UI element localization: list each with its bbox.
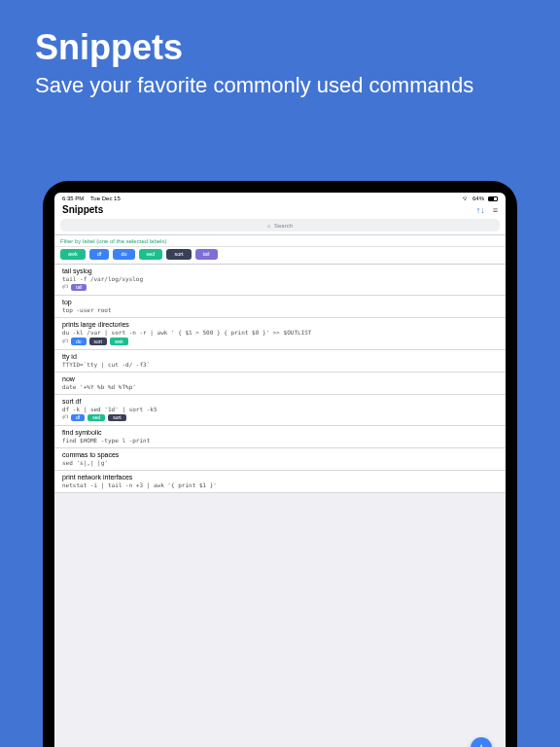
tag-du: du [71, 338, 87, 345]
list-item[interactable]: sort dfdf -k | sed '1d' | sort -k5🏷dfsed… [54, 395, 506, 427]
snippet-title: tty id [62, 353, 498, 360]
filter-chip-sort[interactable]: sort [166, 249, 191, 260]
snippet-title: find symbolic [62, 429, 498, 436]
sort-icon[interactable]: ↑↓ [476, 205, 485, 215]
snippet-command: date '+%Y %b %d %T%p' [62, 383, 498, 390]
filter-chip-sed[interactable]: sed [139, 249, 163, 260]
snippet-command: netstat -i | tail -n +3 | awk '{ print $… [62, 481, 498, 488]
snippet-title: now [62, 375, 498, 382]
filter-chip-du[interactable]: du [113, 249, 134, 260]
list-item[interactable]: tail syslogtail -f /var/log/syslog🏷tail [54, 265, 506, 297]
hero-subtitle: Save your favorite commonly used command… [35, 72, 525, 100]
snippet-command: df -k | sed '1d' | sort -k5 [62, 406, 498, 412]
tag-icon: 🏷 [62, 284, 68, 290]
list-item[interactable]: find symbolicfind $HOME -type l -print [54, 426, 506, 448]
snippet-tags: 🏷tail [62, 284, 498, 292]
list-item[interactable]: toptop -user root [54, 296, 506, 318]
status-date: Tue Dec 15 [90, 196, 121, 201]
wifi-icon: ᯤ [463, 196, 469, 201]
tag-icon: 🏷 [62, 338, 68, 344]
status-bar: 6:35 PM Tue Dec 15 ᯤ 64% [54, 193, 506, 202]
filter-chip-tail[interactable]: tail [195, 249, 218, 260]
tag-awk: awk [110, 338, 128, 345]
navbar: Snippets ↑↓ ≡ [54, 202, 506, 219]
snippet-title: tail syslog [62, 267, 498, 274]
snippet-title: print network interfaces [62, 474, 498, 480]
snippet-list: tail syslogtail -f /var/log/syslog🏷tailt… [54, 265, 506, 748]
search-input[interactable]: ⌕ Search [60, 219, 500, 231]
filter-chip-df[interactable]: df [89, 249, 110, 260]
snippet-command: tail -f /var/log/syslog [62, 275, 498, 282]
page-title: Snippets [62, 204, 103, 215]
snippet-title: commas to spaces [62, 451, 498, 458]
tag-sed: sed [88, 414, 105, 422]
snippet-command: top -user root [62, 306, 498, 313]
snippet-command: sed 's|,| |g' [62, 459, 498, 466]
hero-title: Snippets [35, 27, 525, 68]
snippet-command: find $HOME -type l -print [62, 437, 498, 444]
tag-sort: sort [108, 414, 125, 422]
list-item[interactable]: tty idTTYID=`tty | cut -d/ -f3` [54, 350, 506, 373]
snippet-command: du -kl /var | sort -n -r | awk ' { $1 > … [62, 329, 498, 336]
search-placeholder: Search [274, 223, 293, 229]
filter-header: Filter by label (one of the selected lab… [54, 234, 506, 247]
list-item[interactable]: nowdate '+%Y %b %d %T%p' [54, 373, 506, 395]
battery-icon [488, 196, 498, 201]
tag-icon: 🏷 [62, 414, 68, 420]
app-screen: 6:35 PM Tue Dec 15 ᯤ 64% Snippets ↑↓ ≡ ⌕… [54, 193, 506, 747]
snippet-title: prints large directories [62, 321, 498, 328]
search-icon: ⌕ [267, 223, 271, 229]
snippet-title: sort df [62, 398, 498, 405]
tag-sort: sort [89, 338, 107, 345]
filter-chip-awk[interactable]: awk [60, 249, 86, 260]
snippet-tags: 🏷dfsedsort [62, 414, 498, 422]
snippet-tags: 🏷dusortawk [62, 338, 498, 345]
tag-df: df [71, 414, 85, 422]
list-item[interactable]: print network interfacesnetstat -i | tai… [54, 471, 506, 493]
tag-tail: tail [71, 284, 87, 292]
filter-chips: awkdfdusedsorttail [54, 247, 506, 265]
list-item[interactable]: commas to spacessed 's|,| |g' [54, 448, 506, 471]
menu-icon[interactable]: ≡ [493, 205, 498, 215]
list-item[interactable]: prints large directoriesdu -kl /var | so… [54, 318, 506, 350]
snippet-title: top [62, 299, 498, 305]
tablet-frame: 6:35 PM Tue Dec 15 ᯤ 64% Snippets ↑↓ ≡ ⌕… [43, 181, 517, 747]
status-time: 6:35 PM [62, 196, 84, 201]
battery-pct: 64% [472, 196, 484, 201]
snippet-command: TTYID=`tty | cut -d/ -f3` [62, 361, 498, 368]
